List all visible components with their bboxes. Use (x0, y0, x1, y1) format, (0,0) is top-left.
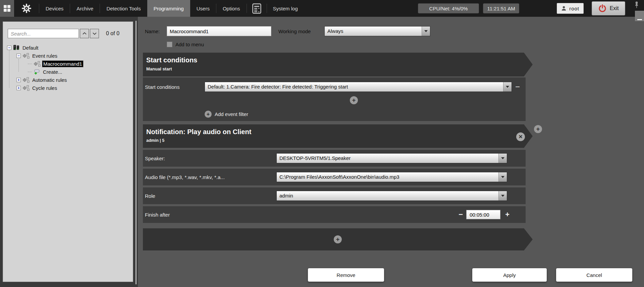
system-log-button[interactable] (247, 0, 267, 17)
audio-file-label: Audio file (*.mp3, *.wav, *.mkv, *.a... (145, 174, 276, 180)
speaker-value: DESKTOP-5VRITM5/1.Speaker (277, 154, 498, 163)
tree-item-label: Create... (42, 69, 63, 75)
search-result-counter: 0 of 0 (106, 31, 119, 37)
role-dropdown[interactable]: admin (276, 191, 507, 201)
menu-item-users[interactable]: Users (190, 0, 216, 17)
search-prev-button[interactable] (80, 29, 89, 38)
add-action-button[interactable]: + (534, 125, 542, 133)
pin-panel-button[interactable] (634, 1, 639, 10)
tree-item-label: Event rules (31, 53, 58, 59)
start-condition-dropdown[interactable]: Default: 1.Camera: Fire detector: Fire d… (205, 82, 512, 92)
finish-after-row: Finish after − + (143, 206, 526, 223)
speaker-dropdown[interactable]: DESKTOP-5VRITM5/1.Speaker (276, 153, 507, 163)
triangle-down-icon (501, 176, 504, 178)
tree-item-default[interactable]: − Default (3, 44, 133, 52)
add-condition-button[interactable]: + (350, 96, 358, 104)
system-log-icon (252, 3, 261, 14)
decrease-time-button[interactable]: − (459, 211, 463, 218)
search-next-button[interactable] (90, 29, 99, 38)
dropdown-arrow-button[interactable] (422, 26, 430, 36)
delete-action-button[interactable]: ✕ (516, 132, 525, 141)
name-input[interactable] (167, 26, 271, 36)
apps-grid-button[interactable] (0, 0, 14, 17)
expander-expand-icon[interactable]: + (16, 78, 21, 82)
dropdown-arrow-button[interactable] (498, 191, 507, 200)
tree-item-automatic-rules[interactable]: + Automatic rules (3, 76, 133, 84)
start-conditions-block: Start conditions Default: 1.Camera: Fire… (143, 77, 526, 121)
expander-collapse-icon[interactable]: − (7, 46, 11, 50)
expander-expand-icon[interactable]: + (16, 86, 21, 90)
audio-file-row: Audio file (*.mp3, *.wav, *.mkv, *.a... … (143, 169, 526, 185)
exit-button[interactable]: Exit (592, 1, 625, 15)
dropdown-arrow-button[interactable] (503, 82, 512, 92)
panel-splitter[interactable] (136, 21, 137, 284)
add-action-banner: + (143, 228, 533, 250)
start-conditions-banner: Start conditions Manual start (143, 53, 533, 76)
cancel-button[interactable]: Cancel (556, 268, 632, 282)
macro-tree-panel: 0 of 0 − Default − Event (3, 21, 133, 282)
chevron-up-icon (83, 32, 87, 35)
add-to-menu-label: Add to menu (175, 42, 204, 47)
rule-flow-icon (22, 53, 30, 59)
expander-collapse-icon[interactable]: − (16, 54, 21, 58)
user-name: root (569, 6, 579, 11)
apply-button[interactable]: Apply (472, 268, 547, 282)
add-event-filter-row[interactable]: + Add event filter (205, 111, 248, 118)
tree-connector (18, 59, 19, 72)
action-title: Notification: Play audio on Client (146, 128, 533, 136)
add-event-filter-label: Add event filter (215, 111, 248, 117)
start-condition-value: Default: 1.Camera: Fire detector: Fire d… (205, 82, 503, 92)
menu-item-programming[interactable]: Programming (147, 0, 190, 17)
working-mode-dropdown[interactable]: Always (324, 26, 430, 36)
server-stack-icon (13, 45, 20, 51)
search-input[interactable] (8, 29, 79, 38)
user-button[interactable]: root (557, 3, 584, 14)
finish-after-time-input[interactable] (466, 210, 500, 219)
speaker-label: Speaker: (145, 156, 276, 161)
finish-after-label: Finish after (145, 212, 459, 218)
gear-icon (21, 3, 32, 13)
pin-icon (634, 1, 639, 9)
topbar-spacer (304, 0, 418, 17)
exit-label: Exit (610, 5, 619, 11)
collapse-panel-button[interactable] (635, 11, 644, 21)
increase-time-button[interactable]: + (505, 211, 509, 218)
system-log-label[interactable]: System log (267, 0, 304, 17)
tree-item-macrocommand1[interactable]: Macrocommand1 (3, 60, 133, 68)
menu-item-devices[interactable]: Devices (39, 0, 70, 17)
add-new-action-button[interactable]: + (334, 235, 342, 243)
add-event-filter-icon: + (205, 111, 212, 118)
tree-item-create[interactable]: Create... (3, 68, 133, 76)
menu-item-detection-tools[interactable]: Detection Tools (100, 0, 147, 17)
user-icon (561, 6, 567, 11)
cpu-net-status[interactable]: CPU/Net: 4%/0% (418, 3, 479, 13)
create-node-icon (34, 69, 40, 75)
triangle-down-icon (506, 86, 509, 88)
role-row: Role admin (143, 187, 526, 204)
clock-status[interactable]: 11:21:51 AM (483, 3, 519, 13)
tree-connector (28, 72, 32, 72)
settings-gear-button[interactable] (14, 0, 39, 17)
role-label: Role (145, 193, 276, 199)
role-value: admin (277, 191, 498, 200)
menu-item-archive[interactable]: Archive (70, 0, 100, 17)
working-mode-label: Working mode (278, 28, 311, 34)
tree-item-event-rules[interactable]: − Event rules (3, 52, 133, 60)
dropdown-arrow-button[interactable] (498, 172, 507, 182)
rule-flow-icon (22, 77, 30, 83)
object-tree: − Default − Event rules (3, 44, 133, 92)
rule-flow-icon (34, 61, 41, 67)
tree-connector (28, 64, 32, 64)
working-mode-value: Always (325, 26, 422, 36)
remove-button[interactable]: Remove (308, 268, 384, 282)
tree-item-cycle-rules[interactable]: + Cycle rules (3, 84, 133, 92)
start-conditions-title: Start conditions (146, 56, 533, 64)
audio-file-dropdown[interactable]: C:\Program Files\AxxonSoft\AxxonOne\bin\… (276, 172, 507, 182)
dropdown-arrow-button[interactable] (498, 154, 507, 163)
tree-item-label: Automatic rules (31, 77, 68, 83)
add-to-menu-checkbox[interactable] (167, 42, 172, 47)
remove-condition-button[interactable]: − (515, 83, 520, 91)
apps-grid-icon (3, 5, 11, 12)
tree-item-label-selected: Macrocommand1 (42, 61, 83, 67)
menu-item-options[interactable]: Options (216, 0, 247, 17)
